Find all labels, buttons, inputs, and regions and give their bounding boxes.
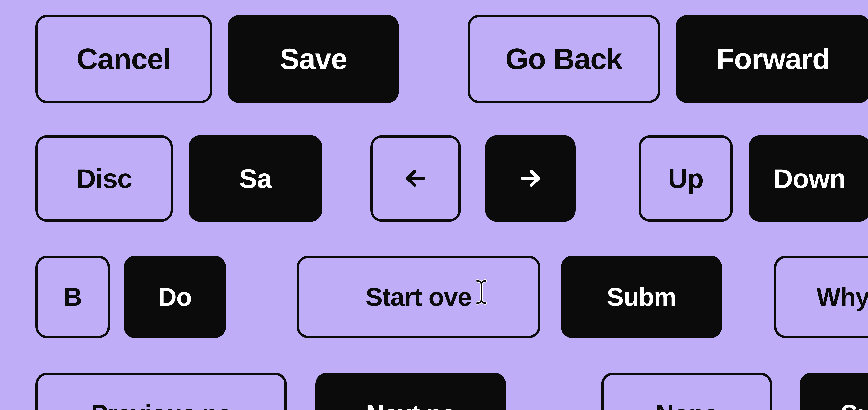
- next-pa-button[interactable]: Next pa: [315, 373, 506, 410]
- down-button[interactable]: Down: [748, 135, 868, 222]
- why-label: Why: [816, 282, 868, 312]
- previous-pa-label: Previous pa: [91, 399, 231, 410]
- go-back-button[interactable]: Go Back: [468, 15, 660, 103]
- do-label: Do: [158, 282, 191, 312]
- start-over-label: Start ove: [366, 282, 471, 312]
- sure-button[interactable]: Sure: [800, 373, 868, 410]
- arrow-left-button[interactable]: [370, 135, 461, 222]
- up-button[interactable]: Up: [639, 135, 733, 222]
- b-label: B: [64, 282, 82, 312]
- next-pa-label: Next pa: [366, 399, 456, 410]
- forward-label: Forward: [716, 42, 830, 76]
- b-button[interactable]: B: [35, 256, 110, 338]
- subm-button[interactable]: Subm: [561, 256, 722, 338]
- subm-label: Subm: [607, 282, 676, 312]
- do-button[interactable]: Do: [124, 256, 226, 338]
- disc-label: Disc: [76, 163, 132, 194]
- save-button[interactable]: Save: [228, 15, 399, 103]
- up-label: Up: [668, 163, 703, 194]
- down-label: Down: [773, 163, 846, 194]
- arrow-right-button[interactable]: [485, 135, 576, 222]
- cancel-label: Cancel: [76, 42, 171, 76]
- previous-pa-button[interactable]: Previous pa: [35, 373, 287, 410]
- arrow-right-icon: [519, 167, 542, 191]
- sa-label: Sa: [239, 163, 272, 194]
- cancel-button[interactable]: Cancel: [35, 15, 212, 103]
- forward-button[interactable]: Forward: [676, 15, 868, 103]
- why-button[interactable]: Why: [774, 256, 868, 338]
- nope-label: Nope: [656, 399, 718, 410]
- sure-label: Sure: [841, 399, 868, 410]
- go-back-label: Go Back: [505, 42, 622, 76]
- arrow-left-icon: [404, 167, 427, 191]
- nope-button[interactable]: Nope: [601, 373, 772, 410]
- start-over-button[interactable]: Start ove: [297, 256, 540, 338]
- save-label: Save: [280, 42, 347, 76]
- disc-button[interactable]: Disc: [35, 135, 173, 222]
- sa-button[interactable]: Sa: [189, 135, 322, 222]
